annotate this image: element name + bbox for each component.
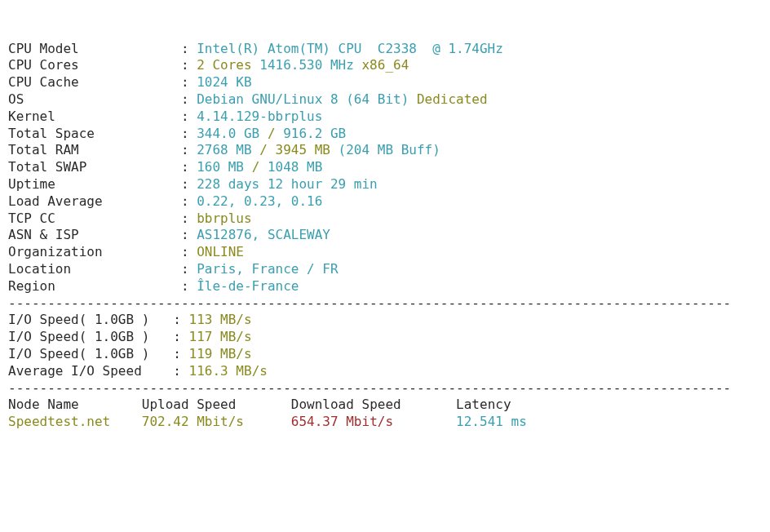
value-region: Île-de-France bbox=[197, 278, 299, 294]
label-total-ram: Total RAM bbox=[8, 142, 181, 157]
value-swap-total: 1048 MB bbox=[268, 159, 322, 175]
separator-slash: / bbox=[259, 142, 275, 157]
value-io1: 113 MB/s bbox=[189, 312, 252, 327]
value-cpu-cache: 1024 KB bbox=[197, 74, 251, 90]
separator-slash: / bbox=[268, 126, 283, 141]
row-asn-isp: ASN & ISP : AS12876, SCALEWAY bbox=[8, 227, 762, 244]
row-uptime: Uptime : 228 days 12 hour 29 min bbox=[8, 176, 762, 193]
colon: : bbox=[181, 159, 197, 175]
label-uptime: Uptime bbox=[8, 176, 181, 192]
value-org: ONLINE bbox=[197, 244, 244, 259]
value-os-type: Dedicated bbox=[417, 91, 488, 107]
label-load-avg: Load Average bbox=[8, 193, 181, 209]
colon: : bbox=[173, 312, 188, 327]
value-io2: 117 MB/s bbox=[189, 329, 252, 344]
label-io3: I/O Speed( 1.0GB ) bbox=[8, 346, 173, 361]
speedtest-row: Speedtest.net 702.42 Mbit/s 654.37 Mbit/… bbox=[8, 414, 762, 431]
colon: : bbox=[181, 227, 197, 242]
cell-latency: 12.541 ms bbox=[456, 414, 527, 429]
label-os: OS bbox=[8, 91, 181, 107]
value-cpu-cores-freq: 1416.530 MHz bbox=[259, 57, 361, 73]
value-load-avg: 0.22, 0.23, 0.16 bbox=[197, 193, 322, 209]
colon: : bbox=[173, 363, 188, 379]
label-asn-isp: ASN & ISP bbox=[8, 227, 181, 242]
row-org: Organization : ONLINE bbox=[8, 244, 762, 261]
label-total-space: Total Space bbox=[8, 126, 181, 141]
value-ram-used: 2768 MB bbox=[197, 142, 259, 157]
dashed-separator: ----------------------------------------… bbox=[8, 380, 731, 396]
speedtest-header-row: Node Name Upload Speed Download Speed La… bbox=[8, 397, 762, 414]
row-total-swap: Total SWAP : 160 MB / 1048 MB bbox=[8, 159, 762, 176]
value-space-used: 344.0 GB bbox=[197, 126, 268, 141]
value-asn-isp: AS12876, SCALEWAY bbox=[197, 227, 330, 242]
cell-download: 654.37 Mbit/s bbox=[291, 414, 456, 429]
colon: : bbox=[173, 346, 188, 361]
colon: : bbox=[181, 244, 197, 259]
label-region: Region bbox=[8, 278, 181, 294]
row-total-space: Total Space : 344.0 GB / 916.2 GB bbox=[8, 126, 762, 143]
value-kernel: 4.14.129-bbrplus bbox=[197, 109, 322, 124]
value-cpu-cores-arch: x86_64 bbox=[361, 57, 409, 73]
label-cpu-model: CPU Model bbox=[8, 41, 181, 56]
value-os-name: Debian GNU/Linux 8 (64 Bit) bbox=[197, 91, 417, 107]
value-swap-used: 160 MB bbox=[197, 159, 251, 175]
colon: : bbox=[181, 74, 197, 90]
row-os: OS : Debian GNU/Linux 8 (64 Bit) Dedicat… bbox=[8, 91, 762, 109]
col-header-node: Node Name bbox=[8, 397, 142, 412]
col-header-latency: Latency bbox=[456, 397, 511, 412]
row-location: Location : Paris, France / FR bbox=[8, 261, 762, 278]
cell-upload: 702.42 Mbit/s bbox=[142, 414, 291, 429]
cell-node: Speedtest.net bbox=[8, 414, 142, 429]
row-io3: I/O Speed( 1.0GB ) : 119 MB/s bbox=[8, 346, 762, 363]
value-io-avg: 116.3 MB/s bbox=[189, 363, 268, 379]
label-io1: I/O Speed( 1.0GB ) bbox=[8, 312, 173, 327]
colon: : bbox=[181, 193, 197, 209]
col-header-upload: Upload Speed bbox=[142, 397, 291, 412]
row-io-avg: Average I/O Speed : 116.3 MB/s bbox=[8, 363, 762, 380]
colon: : bbox=[181, 278, 197, 294]
separator-slash: / bbox=[252, 159, 268, 175]
row-kernel: Kernel : 4.14.129-bbrplus bbox=[8, 109, 762, 126]
label-total-swap: Total SWAP bbox=[8, 159, 181, 175]
row-io2: I/O Speed( 1.0GB ) : 117 MB/s bbox=[8, 329, 762, 346]
row-cpu-cores: CPU Cores : 2 Cores 1416.530 MHz x86_64 bbox=[8, 57, 762, 74]
colon: : bbox=[181, 91, 197, 107]
value-space-total: 916.2 GB bbox=[283, 126, 346, 141]
value-ram-buff: (204 MB Buff) bbox=[339, 142, 440, 157]
label-tcp-cc: TCP CC bbox=[8, 211, 181, 226]
dashed-separator: ----------------------------------------… bbox=[8, 295, 731, 311]
colon: : bbox=[181, 126, 197, 141]
colon: : bbox=[181, 142, 197, 157]
label-kernel: Kernel bbox=[8, 109, 181, 124]
row-region: Region : Île-de-France bbox=[8, 278, 762, 295]
row-load-avg: Load Average : 0.22, 0.23, 0.16 bbox=[8, 193, 762, 211]
value-uptime: 228 days 12 hour 29 min bbox=[197, 176, 378, 192]
divider-2: ----------------------------------------… bbox=[8, 380, 762, 397]
label-location: Location bbox=[8, 261, 181, 277]
value-io3: 119 MB/s bbox=[189, 346, 252, 361]
label-io-avg: Average I/O Speed bbox=[8, 363, 173, 379]
colon: : bbox=[181, 57, 197, 73]
colon: : bbox=[181, 261, 197, 277]
row-cpu-model: CPU Model : Intel(R) Atom(TM) CPU C2338 … bbox=[8, 41, 762, 58]
label-cpu-cores: CPU Cores bbox=[8, 57, 181, 73]
value-location: Paris, France / FR bbox=[197, 261, 338, 277]
colon: : bbox=[181, 211, 197, 226]
label-org: Organization bbox=[8, 244, 181, 259]
row-io1: I/O Speed( 1.0GB ) : 113 MB/s bbox=[8, 312, 762, 329]
terminal-output: CPU Model : Intel(R) Atom(TM) CPU C2338 … bbox=[0, 34, 770, 437]
row-total-ram: Total RAM : 2768 MB / 3945 MB (204 MB Bu… bbox=[8, 142, 762, 159]
value-tcp-cc: bbrplus bbox=[197, 211, 251, 226]
row-tcp-cc: TCP CC : bbrplus bbox=[8, 211, 762, 228]
label-cpu-cache: CPU Cache bbox=[8, 74, 181, 90]
value-cpu-model: Intel(R) Atom(TM) CPU C2338 @ 1.74GHz bbox=[197, 41, 503, 56]
label-io2: I/O Speed( 1.0GB ) bbox=[8, 329, 173, 344]
colon: : bbox=[181, 176, 197, 192]
colon: : bbox=[181, 41, 197, 56]
colon: : bbox=[173, 329, 188, 344]
value-ram-total: 3945 MB bbox=[276, 142, 339, 157]
value-cpu-cores-count: 2 Cores bbox=[197, 57, 259, 73]
col-header-download: Download Speed bbox=[291, 397, 456, 412]
row-cpu-cache: CPU Cache : 1024 KB bbox=[8, 74, 762, 91]
divider-1: ----------------------------------------… bbox=[8, 295, 762, 313]
